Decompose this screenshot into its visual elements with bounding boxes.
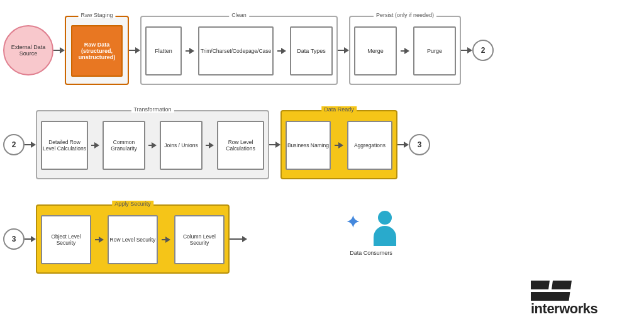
row3: 3 Apply Security Object Level Security R… [3, 198, 499, 280]
joins-unions-box: Joins / Unions [160, 121, 203, 170]
badge-3-row3: 3 [3, 228, 25, 250]
svg-rect-2 [531, 292, 570, 301]
svg-text:interworks: interworks [531, 301, 598, 315]
arrow-2 [129, 47, 140, 53]
arrow-r3-2 [230, 236, 247, 242]
apply-security-section: Apply Security Object Level Security Row… [36, 204, 230, 274]
interworks-logo: interworks [531, 281, 631, 315]
interworks-brand: interworks [531, 281, 631, 318]
raw-staging-label: Raw Staging [78, 12, 115, 18]
data-consumer: ✦ Data Consumers [343, 208, 399, 256]
common-granularity-box: Common Granularity [103, 121, 145, 170]
arrow-r3-1 [25, 236, 36, 242]
trim-box: Trim/Charset/Codepage/Case [198, 26, 274, 75]
arrow-dr1 [335, 142, 343, 148]
badge-2-row2: 2 [3, 134, 25, 155]
aggregations-box: Aggregations [347, 121, 392, 170]
data-consumer-label: Data Consumers [350, 250, 392, 256]
svg-rect-1 [552, 281, 572, 289]
detailed-row-box: Detailed Row Level Calculations [41, 121, 88, 170]
row-level-security-box: Row Level Security [108, 215, 158, 264]
arrow-r2-2 [269, 142, 280, 148]
arrow-s1 [95, 237, 104, 243]
apply-security-label: Apply Security [112, 201, 153, 207]
datatypes-box: Data Types [290, 26, 333, 75]
row-level-calc-box: Row Level Calculations [217, 121, 264, 170]
arrow-4 [461, 47, 472, 53]
arrow-p1 [401, 48, 409, 54]
persist-label: Persist (only if needed) [374, 12, 436, 18]
business-naming-box: Business Naming [286, 121, 331, 170]
external-data-source: External Data Source [3, 25, 53, 75]
clean-section: Clean Flatten Trim/Charset/Codepage/Case… [140, 16, 338, 85]
arrow-c2 [277, 48, 286, 54]
diagram-container: External Data Source Raw Staging Raw Dat… [0, 0, 644, 324]
purge-box: Purge [413, 26, 456, 75]
data-ready-label: Data Ready [321, 106, 357, 113]
data-ready-section: Data Ready Business Naming Aggregations [280, 110, 397, 179]
persist-section: Persist (only if needed) Merge Purge [349, 16, 461, 85]
arrow-t3 [206, 142, 214, 148]
consumer-cross-icon: ✦ [346, 214, 360, 230]
arrow-s2 [162, 237, 170, 243]
arrow-t2 [148, 142, 157, 148]
transformation-section: Transformation Detailed Row Level Calcul… [36, 110, 269, 179]
arrow-r2-1 [25, 142, 36, 148]
transformation-label: Transformation [131, 106, 174, 113]
column-level-security-box: Column Level Security [174, 215, 225, 264]
raw-staging-section: Raw Staging Raw Data (structured, unstru… [65, 16, 129, 85]
person-icon [374, 211, 396, 246]
arrow-r2-3 [397, 142, 409, 148]
svg-rect-0 [531, 281, 550, 289]
raw-data-box: Raw Data (structured, unstructured) [71, 25, 123, 77]
flatten-box: Flatten [145, 26, 182, 75]
row2: 2 Transformation Detailed Row Level Calc… [3, 104, 641, 186]
arrow-c1 [186, 48, 194, 54]
object-level-security-box: Object Level Security [41, 215, 91, 264]
clean-label: Clean [229, 12, 249, 18]
arrow-1 [53, 47, 65, 53]
merge-box: Merge [354, 26, 397, 75]
row1: External Data Source Raw Staging Raw Dat… [3, 6, 641, 94]
badge-3-row2: 3 [409, 134, 430, 155]
arrow-t1 [91, 142, 99, 148]
arrow-3 [338, 47, 349, 53]
badge-2-row1: 2 [472, 40, 494, 61]
